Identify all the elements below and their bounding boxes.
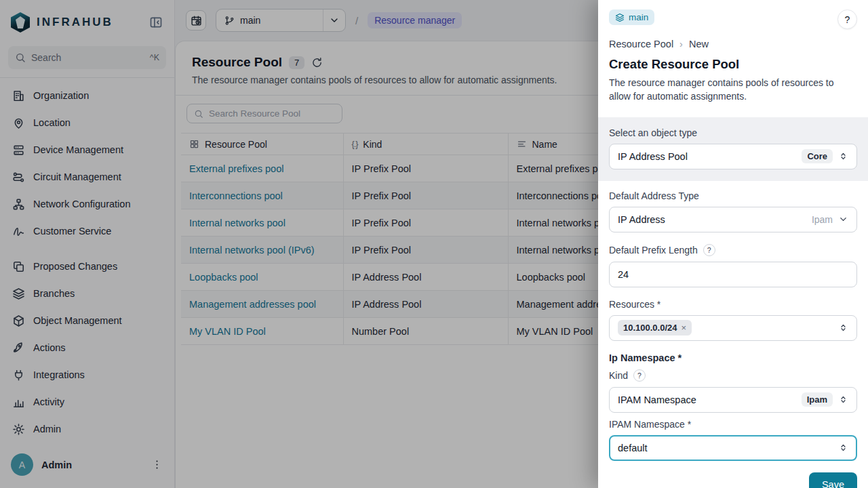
- chevron-down-icon: [838, 214, 848, 224]
- resources-label: Resources *: [609, 299, 857, 310]
- resource-chip: 10.100.0.0/24 ×: [618, 320, 692, 336]
- up-down-chevron-icon: [838, 443, 848, 453]
- drawer-description: The resource manager contains pools of r…: [609, 76, 857, 104]
- address-type-select[interactable]: IP Address Ipam: [609, 207, 857, 232]
- ipam-namespace-label: IPAM Namespace *: [609, 419, 857, 430]
- object-type-section: Select an object type IP Address Pool Co…: [598, 117, 868, 181]
- ipam-badge: Ipam: [802, 392, 833, 407]
- branch-badge: main: [609, 9, 654, 25]
- kind-select[interactable]: IPAM Namespace Ipam: [609, 387, 857, 413]
- drawer-form: Default Address Type IP Address Ipam Def…: [598, 181, 868, 461]
- address-type-label: Default Address Type: [609, 190, 857, 201]
- layers-icon: [615, 13, 625, 22]
- breadcrumb-current: New: [689, 39, 709, 49]
- help-icon[interactable]: ?: [633, 369, 646, 382]
- kind-label: Kind ?: [609, 369, 857, 382]
- object-type-select[interactable]: IP Address Pool Core: [609, 144, 857, 169]
- ipam-suffix: Ipam: [812, 214, 833, 225]
- drawer-title: Create Resource Pool: [609, 57, 857, 72]
- drawer-breadcrumb: Resource Pool › New: [609, 39, 857, 49]
- remove-chip-icon[interactable]: ×: [682, 323, 687, 333]
- help-icon[interactable]: ?: [703, 244, 715, 256]
- up-down-chevron-icon: [838, 151, 848, 161]
- up-down-chevron-icon: [838, 394, 848, 405]
- create-resource-pool-drawer: main ? Resource Pool › New Create Resour…: [598, 0, 868, 488]
- prefix-length-label: Default Prefix Length ?: [609, 244, 857, 256]
- prefix-length-input[interactable]: 24: [609, 262, 857, 287]
- resources-multiselect[interactable]: 10.100.0.0/24 ×: [609, 315, 857, 341]
- chevron-right-icon: ›: [679, 39, 683, 49]
- breadcrumb-parent[interactable]: Resource Pool: [609, 39, 673, 49]
- help-button[interactable]: ?: [837, 9, 857, 29]
- save-button[interactable]: Save: [809, 472, 857, 488]
- object-type-label: Select an object type: [609, 127, 857, 138]
- ip-namespace-group-label: Ip Namespace *: [609, 352, 857, 363]
- ipam-namespace-select[interactable]: default: [609, 435, 857, 461]
- core-badge: Core: [802, 149, 833, 163]
- up-down-chevron-icon: [838, 323, 848, 333]
